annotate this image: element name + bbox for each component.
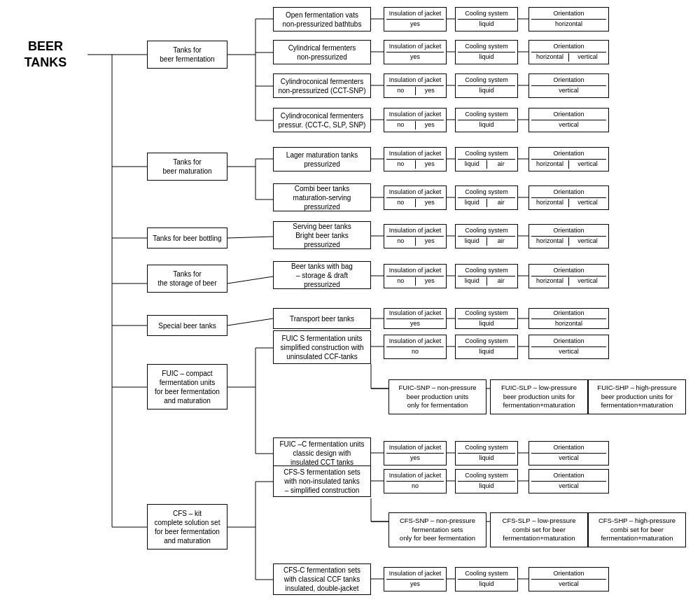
insulation-transport: Insulation of jacket yes	[384, 308, 447, 329]
fuic-snp-node: FUIC-SNP – non-pressurebeer production u…	[388, 379, 486, 414]
cooling-cfss: Cooling system liquid	[455, 469, 518, 493]
cylindroconical-np-node: Cylindroconical fermentersnon-pressurize…	[273, 74, 371, 98]
open-fermentation-node: Open fermentation vatsnon-pressurized ba…	[273, 7, 371, 31]
cooling-cyl: Cooling system liquid	[455, 40, 518, 64]
cooling-combi: Cooling system liquid air	[455, 186, 518, 210]
orientation-cyl: Orientation horizontal vertical	[528, 40, 609, 64]
cooling-cctnp: Cooling system liquid	[455, 74, 518, 98]
cfs-node: CFS – kitcomplete solution setfor beer f…	[147, 504, 227, 550]
cfs-snp-node: CFS-SNP – non-pressurefermentation setso…	[388, 512, 486, 547]
cfs-c-node: CFS-C fermentation setswith classical CC…	[273, 564, 371, 595]
insulation-cyl: Insulation of jacket yes	[384, 40, 447, 64]
cooling-lager: Cooling system liquid air	[455, 147, 518, 172]
maturation-node: Tanks forbeer maturation	[147, 153, 227, 181]
insulation-cfss: Insulation of jacket no	[384, 469, 447, 493]
insulation-cctnp: Insulation of jacket no yes	[384, 74, 447, 98]
svg-line-20	[227, 276, 273, 284]
cylindrical-node: Cylindrical fermentersnon-pressurized	[273, 40, 371, 64]
insulation-open: Insulation of jacket yes	[384, 7, 447, 31]
svg-line-21	[227, 318, 273, 326]
storage-node: Tanks forthe storage of beer	[147, 265, 227, 293]
orientation-cfsc: Orientation vertical	[528, 567, 609, 592]
cooling-cctp: Cooling system liquid	[455, 108, 518, 132]
special-node: Special beer tanks	[147, 315, 227, 336]
insulation-fuics: Insulation of jacket no	[384, 335, 447, 359]
orientation-combi: Orientation horizontal vertical	[528, 186, 609, 210]
cfs-shp-node: CFS-SHP – high-pressurecombi set for bee…	[588, 512, 686, 547]
fuic-shp-node: FUIC-SHP – high-pressurebeer production …	[588, 379, 686, 414]
orientation-cctp: Orientation vertical	[528, 108, 609, 132]
orientation-fuics: Orientation vertical	[528, 335, 609, 359]
orientation-transport: Orientation horizontal	[528, 308, 609, 329]
beer-bag-node: Beer tanks with bag– storage & draftpres…	[273, 261, 371, 289]
diagram: BEER TANKS Tanks forbeer fermentation Ta…	[0, 0, 700, 14]
orientation-cctnp: Orientation vertical	[528, 74, 609, 98]
orientation-lager: Orientation horizontal vertical	[528, 147, 609, 172]
insulation-cfsc: Insulation of jacket yes	[384, 567, 447, 592]
transport-node: Transport beer tanks	[273, 308, 371, 329]
cooling-open: Cooling system liquid	[455, 7, 518, 31]
svg-line-19	[227, 237, 273, 238]
insulation-combi: Insulation of jacket no yes	[384, 186, 447, 210]
fuic-s-node: FUIC S fermentation unitssimplified cons…	[273, 330, 371, 364]
fuic-slp-node: FUIC-SLP – low-pressurebeer production u…	[490, 379, 588, 414]
orientation-open: Orientation horizontal	[528, 7, 609, 31]
combi-node: Combi beer tanksmaturation-servingpressu…	[273, 183, 371, 211]
orientation-serving: Orientation horizontal vertical	[528, 224, 609, 248]
cfs-slp-node: CFS-SLP – low-pressurecombi set for beer…	[490, 512, 588, 547]
cooling-bag: Cooling system liquid air	[455, 264, 518, 288]
insulation-bag: Insulation of jacket no yes	[384, 264, 447, 288]
cfs-s-node: CFS-S fermentation setswith non-insulate…	[273, 465, 371, 497]
cooling-fuics: Cooling system liquid	[455, 335, 518, 359]
fuic-node: FUIC – compactfermentation unitsfor beer…	[147, 364, 227, 410]
cooling-transport: Cooling system liquid	[455, 308, 518, 329]
cylindroconical-p-node: Cylindroconical fermenterspressur. (CCT-…	[273, 108, 371, 132]
lager-node: Lager maturation tankspressurized	[273, 147, 371, 172]
insulation-serving: Insulation of jacket no yes	[384, 224, 447, 248]
beer-tanks-label: BEER TANKS	[4, 41, 88, 69]
insulation-cctp: Insulation of jacket no yes	[384, 108, 447, 132]
insulation-lager: Insulation of jacket no yes	[384, 147, 447, 172]
orientation-bag: Orientation horizontal vertical	[528, 264, 609, 288]
cooling-cfsc: Cooling system liquid	[455, 567, 518, 592]
orientation-fuicc: Orientation vertical	[528, 441, 609, 465]
fuic-c-node: FUIC –C fermentation unitsclassic design…	[273, 438, 371, 469]
insulation-fuicc: Insulation of jacket yes	[384, 441, 447, 465]
serving-node: Serving beer tanksBright beer tankspress…	[273, 221, 371, 249]
cooling-serving: Cooling system liquid air	[455, 224, 518, 248]
fermentation-node: Tanks forbeer fermentation	[147, 41, 227, 69]
cooling-fuicc: Cooling system liquid	[455, 441, 518, 465]
orientation-cfss: Orientation vertical	[528, 469, 609, 493]
bottling-node: Tanks for beer bottling	[147, 227, 227, 248]
